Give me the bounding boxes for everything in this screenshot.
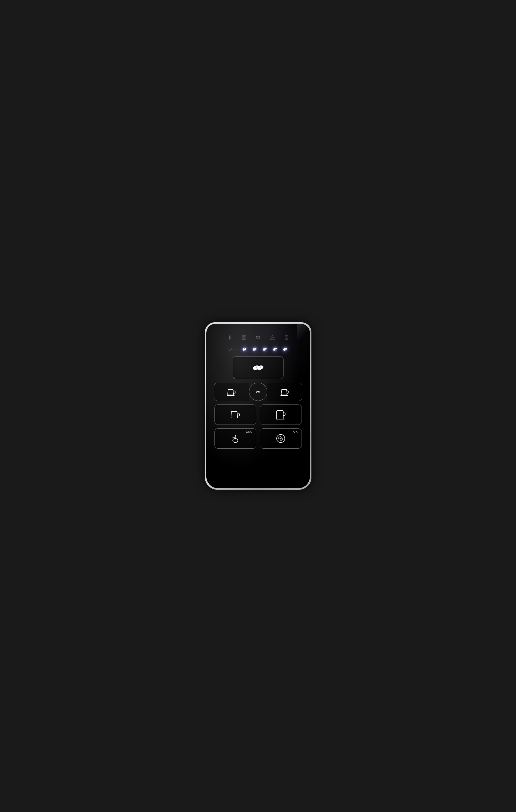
strength-label-icon — [228, 347, 237, 352]
double-quantity-label: 2x — [256, 390, 260, 394]
lungo-button[interactable] — [260, 404, 302, 425]
status-icons-row — [226, 334, 290, 341]
strength-row — [214, 346, 302, 353]
esc-label: ESC — [246, 430, 253, 433]
bean-3[interactable] — [261, 346, 268, 353]
svg-point-19 — [252, 347, 257, 351]
svg-point-22 — [283, 347, 287, 351]
coffee-lungo-row — [214, 404, 302, 425]
espresso-right-button[interactable] — [267, 383, 302, 401]
control-panel: 2x — [206, 324, 310, 488]
water-level-icon — [240, 334, 248, 341]
svg-rect-0 — [229, 336, 230, 338]
esc-button[interactable]: ESC — [214, 428, 256, 448]
double-quantity-button[interactable]: 2x — [249, 383, 267, 401]
svg-rect-4 — [241, 336, 246, 340]
cleaning-icon — [255, 334, 262, 341]
svg-point-33 — [280, 438, 283, 441]
bean-2[interactable] — [251, 346, 258, 353]
svg-point-16 — [228, 348, 231, 350]
coffee-button[interactable] — [214, 404, 256, 425]
svg-point-21 — [273, 347, 277, 351]
svg-point-10 — [272, 339, 273, 339]
svg-point-1 — [229, 338, 230, 340]
svg-point-20 — [262, 347, 267, 351]
ok-label: OK — [293, 430, 298, 433]
svg-point-32 — [278, 436, 282, 439]
svg-rect-28 — [277, 411, 283, 419]
esc-ok-row: ESC OK — [214, 428, 302, 448]
filter-icon — [283, 334, 290, 341]
bean-5[interactable] — [282, 346, 289, 353]
espresso-left-button[interactable] — [214, 383, 249, 401]
svg-rect-11 — [285, 336, 288, 340]
double-espresso-button[interactable] — [233, 356, 284, 379]
gloss-decoration — [297, 324, 310, 342]
bean-1[interactable] — [241, 346, 248, 353]
temperature-icon — [226, 334, 233, 341]
bean-4[interactable] — [271, 346, 279, 353]
ok-button[interactable]: OK — [260, 428, 302, 448]
warning-icon — [269, 334, 276, 341]
svg-point-18 — [242, 347, 247, 351]
machine-panel: 2x — [205, 322, 311, 490]
double-row: 2x — [214, 383, 302, 401]
